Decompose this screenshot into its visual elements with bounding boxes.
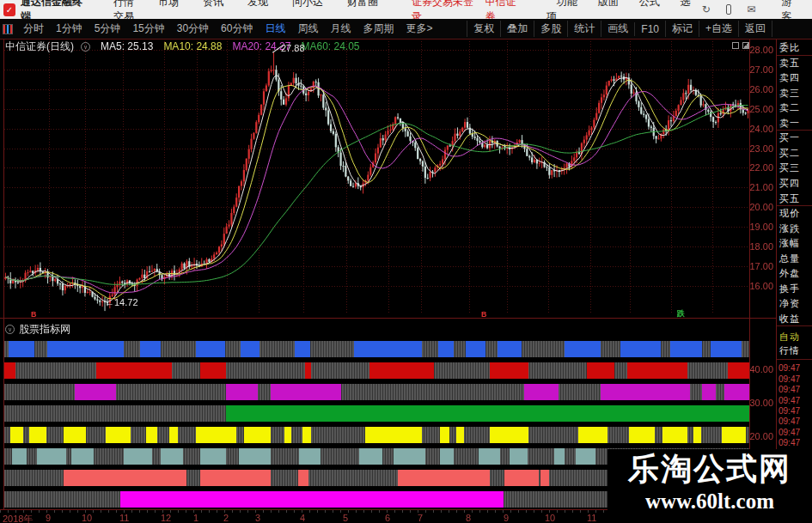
- menu-item-2[interactable]: 资讯: [191, 0, 235, 8]
- indicator-segment: [295, 341, 310, 357]
- quote-row-6: 买一: [779, 131, 800, 144]
- mobile-icon[interactable]: [726, 4, 732, 15]
- indicator-segment: [490, 362, 528, 379]
- tool-button-6[interactable]: 标记: [665, 21, 699, 37]
- watermark-line2: www.60lt.com: [607, 489, 812, 514]
- indicator-segment: [354, 341, 423, 357]
- quote-row-10: 买五: [779, 192, 800, 205]
- indicator-segment: [490, 427, 528, 443]
- main-chart-canvas[interactable]: [0, 0, 812, 523]
- tdx-terminal-window: ✓ 通达信金融终端 行情市场资讯发现问小达财富圈交易 证券交易未登录 中信证券 …: [0, 0, 812, 523]
- menu-item-1[interactable]: 市场: [146, 0, 191, 8]
- watermark-line1: 乐淘公式网: [607, 449, 812, 489]
- menu-item-4[interactable]: 问小达: [280, 0, 335, 8]
- price-tick: 26.00: [747, 84, 773, 94]
- chart-header: 中信证券(日线) ∨ MA5: 25.13MA10: 24.88MA20: 24…: [5, 40, 360, 52]
- tool-button-5[interactable]: F10: [634, 22, 665, 36]
- indicator-title: 股票指标网: [19, 322, 70, 337]
- period-tab-1[interactable]: 1分钟: [50, 22, 89, 34]
- indicator-segment: [196, 427, 236, 443]
- period-tab-2[interactable]: 5分钟: [89, 22, 127, 34]
- indicator-segment: [140, 341, 161, 357]
- indicator-segment: [438, 341, 454, 357]
- period-tab-5[interactable]: 60分钟: [215, 22, 259, 34]
- tool-button-1[interactable]: 叠加: [500, 21, 534, 37]
- indicator-segment: [200, 362, 226, 379]
- indicator-segment: [587, 362, 614, 379]
- period-tab-4[interactable]: 30分钟: [171, 22, 215, 34]
- timeline-label-5: 1: [193, 513, 198, 523]
- quote-divider: [777, 130, 812, 131]
- timeline-label-13: 9: [504, 513, 509, 523]
- ma-label-3: MA60: 24.05: [301, 40, 359, 52]
- indicator-segment: [440, 448, 454, 465]
- mail-icon[interactable]: ✉: [747, 3, 755, 15]
- sub-price-tick: 30.00: [747, 398, 773, 408]
- period-toolbar: 分时1分钟5分钟15分钟30分钟60分钟日线周线月线多周期更多> 复权叠加多股统…: [0, 19, 812, 40]
- price-tick: 21.00: [747, 182, 773, 192]
- indicator-segment: [12, 448, 27, 465]
- indicator-segment: [620, 341, 661, 357]
- menu-item-3[interactable]: 发现: [235, 0, 280, 8]
- timeline-label-7: 3: [255, 513, 260, 523]
- quote-row-17: 净资: [779, 297, 800, 310]
- timeline-label-4: 12: [161, 513, 171, 523]
- period-tab-9[interactable]: 多周期: [357, 22, 400, 34]
- sub-price-tick: 40.00: [747, 364, 773, 374]
- period-tab-8[interactable]: 月线: [324, 22, 357, 34]
- timeline-label-3: 11: [119, 513, 129, 523]
- indicator-segment: [47, 341, 123, 357]
- indicator-segment: [271, 384, 340, 400]
- indicator-segment: [9, 341, 34, 357]
- tool-button-7[interactable]: +自选: [699, 21, 738, 37]
- high-annotation: 27.88: [281, 43, 305, 53]
- tool-button-4[interactable]: 画线: [601, 21, 634, 37]
- tick-time-2: 09:47: [778, 385, 800, 394]
- tool-button-0[interactable]: 复权: [467, 21, 500, 37]
- right-menu-0[interactable]: 功能: [546, 0, 588, 8]
- tool-button-3[interactable]: 统计: [567, 21, 601, 37]
- menu-item-0[interactable]: 行情: [101, 0, 146, 8]
- period-tab-0[interactable]: 分时: [17, 22, 50, 34]
- timeline-label-0: 2018年: [3, 513, 33, 523]
- indicator-segment: [37, 448, 66, 465]
- menu-item-5[interactable]: 财富圈: [335, 0, 390, 8]
- tool-button-2[interactable]: 多股: [534, 21, 567, 37]
- quote-row-18: 收益: [779, 313, 800, 325]
- tool-button-8[interactable]: 返回: [738, 21, 772, 37]
- indicator-segment: [298, 470, 308, 486]
- quote-divider: [777, 325, 812, 326]
- indicator-segment: [510, 448, 528, 465]
- timeline-label-1: 9: [46, 513, 51, 523]
- tick-time-7: 09:47: [778, 438, 800, 447]
- low-annotation: ←14.72: [105, 297, 138, 307]
- timeline-label-15: 11: [587, 513, 596, 523]
- indicator-segment: [169, 427, 178, 443]
- period-tab-10[interactable]: 更多>: [400, 22, 438, 34]
- indicator-segment: [200, 470, 271, 486]
- price-tick: 24.00: [747, 124, 773, 134]
- panel-maximize-icon[interactable]: [742, 42, 749, 49]
- indicator-row-2: [4, 384, 749, 400]
- indicator-segment: [302, 427, 311, 443]
- indicator-segment: [394, 448, 425, 465]
- chart-type-icon[interactable]: [3, 24, 13, 34]
- indicator-segment: [466, 341, 485, 357]
- period-tab-6[interactable]: 日线: [259, 22, 291, 34]
- indicator-segment: [71, 448, 94, 465]
- chevron-down-icon[interactable]: ∨: [81, 42, 90, 52]
- chart-title: 中信证券(日线): [5, 40, 74, 54]
- price-tick: 25.00: [747, 104, 773, 114]
- timeline-label-12: 8: [466, 513, 471, 523]
- right-menu-1[interactable]: 版面: [588, 0, 629, 8]
- panel-restore-icon[interactable]: [732, 42, 739, 49]
- indicator-segment: [284, 427, 291, 443]
- period-tab-7[interactable]: 周线: [291, 22, 324, 34]
- right-menu-2[interactable]: 公式: [629, 0, 670, 8]
- refresh-icon[interactable]: ↻: [702, 3, 711, 15]
- watermark: 乐淘公式网 www.60lt.com: [607, 449, 812, 523]
- collapse-icon[interactable]: ∨: [5, 325, 15, 334]
- indicator-segment: [124, 448, 152, 465]
- period-tab-3[interactable]: 15分钟: [126, 22, 170, 34]
- indicator-header[interactable]: ∨ 股票指标网: [5, 322, 70, 337]
